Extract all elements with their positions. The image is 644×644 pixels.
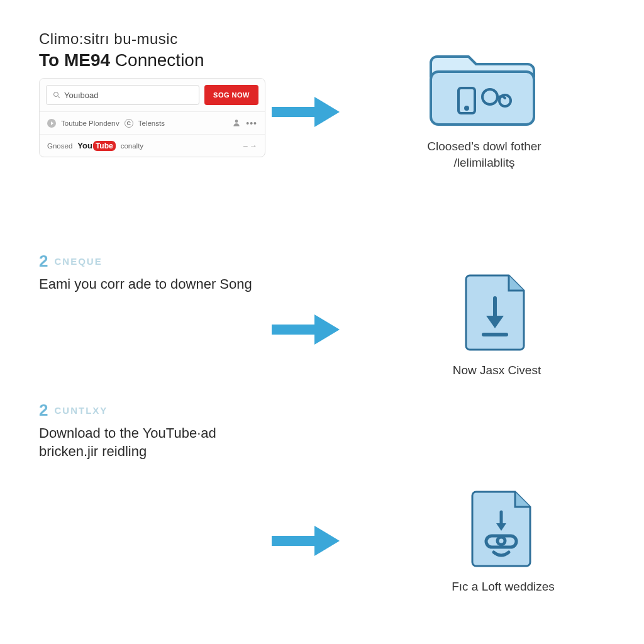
svg-rect-3 [272,107,314,117]
source-prefix: Gnosed [47,142,72,150]
file1-caption: Now Jasx Civest [434,362,560,379]
search-submit-button[interactable]: SOG NOW [204,85,258,105]
heading-strong: To ME94 [39,50,110,70]
small-arrow-icon: – → [243,142,257,150]
step-2-label: 2 CNEQUE [39,252,614,271]
svg-point-0 [54,92,58,97]
search-icon [53,91,60,99]
step-3-desc: Download to the YouTube·ad bricken.jir r… [39,424,278,461]
card-source-row: Gnosed You Tube conalty – → [40,134,265,157]
search-submit-label: SOG NOW [213,91,250,99]
file-download-icon [462,272,531,353]
search-card: Youıboad SOG NOW Toutube Plonderıv C Tel… [39,78,265,157]
youtube-logo: You Tube [77,141,115,151]
arrow-3-icon [272,522,341,560]
search-placeholder: Youıboad [64,91,98,100]
folder-block: Cloosed’s dowl fother /lelimilablitş [402,42,566,170]
person-icon [232,118,241,128]
folder-icon [425,42,544,130]
svg-marker-8 [314,526,340,556]
folder-caption: Cloosed’s dowl fother /lelimilablitş [402,138,566,170]
svg-marker-4 [314,97,340,127]
step-2-number: 2 [39,252,48,271]
search-input[interactable]: Youıboad [46,85,199,105]
heading-rest: Connection [110,50,204,70]
meta-text-a: Toutube Plonderıv [61,119,119,127]
svg-line-1 [58,96,60,99]
card-meta-row: Toutube Plonderıv C Telensts ••• [40,111,265,134]
step-2-word: CNEQUE [54,256,102,267]
svg-rect-7 [272,536,314,546]
file-link-block: Fıc a Loft weddizes [434,488,572,595]
meta-text-b: Telensts [138,119,165,127]
card-source-left: Gnosed You Tube conalty [47,141,238,151]
search-row: Youıboad SOG NOW [40,79,265,111]
svg-point-2 [235,119,238,123]
svg-marker-6 [314,314,340,345]
page: Climo:sitrı bu-music To ME94 Connection … [0,0,644,644]
step-3-label: 2 CUNTLXY [39,401,614,420]
more-icon[interactable]: ••• [246,118,257,128]
play-icon [47,119,56,128]
arrow-1-icon [272,93,341,131]
youtube-tube: Tube [93,141,116,151]
step-3: 2 CUNTLXY Download to the YouTube·ad bri… [39,401,614,461]
file-link-icon [469,488,538,570]
svg-point-11 [465,107,468,109]
c-icon: C [125,119,133,128]
step-3-word: CUNTLXY [54,405,108,416]
file2-caption: Fıc a Loft weddizes [434,579,572,595]
step-3-number: 2 [39,401,48,420]
source-suffix: conalty [121,142,143,150]
card-meta-left: Toutube Plonderıv C Telensts [47,119,227,128]
arrow-2-icon [272,311,341,348]
file-download-block: Now Jasx Civest [434,272,560,379]
youtube-you: You [77,141,92,150]
svg-rect-5 [272,325,314,335]
step-2-desc: Eami you corr ade to downer Song [39,275,278,294]
